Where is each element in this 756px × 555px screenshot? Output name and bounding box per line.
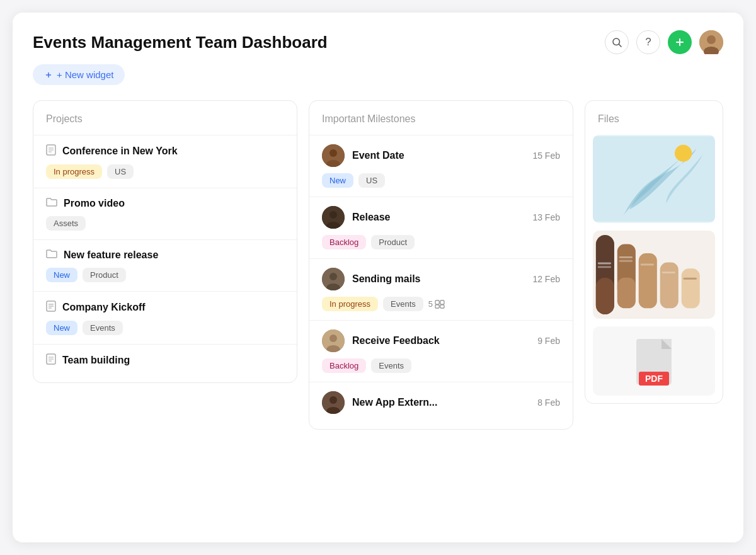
- avatar-image: [699, 30, 723, 54]
- svg-rect-48: [682, 268, 700, 308]
- file-image-1: [593, 135, 715, 223]
- svg-point-41: [675, 145, 692, 162]
- project-item[interactable]: Company Kickoff New Events: [33, 291, 297, 344]
- svg-line-1: [619, 44, 621, 47]
- svg-point-38: [329, 396, 337, 404]
- project-name: Promo video: [64, 198, 125, 209]
- svg-point-35: [329, 335, 337, 342]
- tag-events: Events: [371, 358, 411, 373]
- header: Events Management Team Dashboard ?: [33, 30, 723, 54]
- project-tags: In progress US: [46, 164, 284, 179]
- milestone-tags: Backlog Product: [322, 235, 560, 249]
- milestone-date: 13 Feb: [532, 212, 560, 222]
- project-item-header: Conference in New York: [46, 144, 284, 158]
- page-container: Events Management Team Dashboard ?: [13, 13, 743, 542]
- milestone-tags: Backlog Events: [322, 358, 560, 373]
- svg-point-22: [329, 149, 337, 157]
- user-avatar[interactable]: [699, 30, 723, 54]
- milestone-date: 9 Feb: [537, 336, 560, 346]
- files-panel-title: Files: [585, 113, 723, 135]
- project-item[interactable]: New feature release New Product: [33, 239, 297, 291]
- file-thumbnail-2[interactable]: [593, 231, 715, 319]
- svg-point-25: [329, 211, 337, 219]
- doc-icon: [46, 144, 56, 158]
- help-icon: ?: [645, 36, 651, 49]
- svg-point-0: [613, 38, 620, 45]
- milestone-item[interactable]: Sending mails 12 Feb In progress Events …: [309, 258, 573, 320]
- file-image-2: [593, 231, 715, 319]
- milestone-name: Receive Feedback: [352, 335, 537, 346]
- svg-rect-52: [619, 260, 633, 262]
- project-name: Company Kickoff: [62, 302, 146, 313]
- milestone-header: Release 13 Feb: [322, 206, 560, 229]
- folder-icon: [46, 197, 57, 210]
- tag-inprogress: In progress: [322, 297, 378, 311]
- tag-product: Product: [83, 268, 126, 282]
- plus-small-icon: [44, 71, 53, 79]
- milestone-item[interactable]: Receive Feedback 9 Feb Backlog Events: [309, 320, 573, 382]
- tag-events: Events: [83, 321, 123, 335]
- file-thumbnail-pdf[interactable]: PDF: [593, 326, 715, 396]
- svg-rect-43: [596, 278, 614, 314]
- milestone-item[interactable]: Release 13 Feb Backlog Product: [309, 197, 573, 258]
- milestone-header: New App Extern... 8 Feb: [322, 391, 560, 414]
- svg-rect-50: [598, 266, 611, 268]
- dashboard-grid: Projects Conference in New York: [33, 100, 723, 430]
- milestone-date: 15 Feb: [532, 151, 560, 161]
- tag-new: New: [46, 321, 77, 335]
- milestone-item[interactable]: Event Date 15 Feb New US: [309, 135, 573, 197]
- svg-rect-32: [435, 304, 439, 307]
- svg-rect-49: [598, 263, 611, 265]
- tag-new: New: [46, 268, 77, 282]
- tag-assets: Assets: [46, 216, 86, 231]
- milestone-name: Event Date: [352, 150, 532, 161]
- add-button[interactable]: [668, 30, 692, 54]
- project-item-header: Team building: [46, 353, 284, 367]
- milestone-name: New App Extern...: [352, 397, 537, 408]
- project-tags: New Events: [46, 321, 284, 335]
- milestones-panel-title: Important Milestones: [309, 113, 573, 135]
- milestone-date: 8 Feb: [537, 398, 560, 408]
- svg-rect-45: [617, 278, 636, 309]
- milestone-avatar: [322, 329, 345, 352]
- search-button[interactable]: [605, 30, 629, 54]
- project-name: New feature release: [64, 249, 158, 261]
- projects-panel-title: Projects: [33, 113, 297, 135]
- tag-backlog: Backlog: [322, 235, 366, 249]
- milestone-header: Receive Feedback 9 Feb: [322, 329, 560, 352]
- pdf-icon: PDF: [634, 336, 674, 386]
- project-item[interactable]: Conference in New York In progress US: [33, 135, 297, 188]
- milestone-avatar: [322, 144, 345, 167]
- project-item[interactable]: Team building: [33, 344, 297, 382]
- svg-rect-33: [440, 304, 444, 307]
- new-widget-label: + New widget: [57, 69, 113, 80]
- tag-us: US: [107, 164, 134, 179]
- milestone-avatar: [322, 206, 345, 229]
- milestone-avatar: [322, 391, 345, 414]
- svg-rect-31: [440, 300, 444, 304]
- plus-icon: [673, 36, 686, 49]
- svg-rect-30: [435, 300, 439, 304]
- page-title: Events Management Team Dashboard: [33, 33, 328, 52]
- milestone-name: Release: [352, 212, 532, 223]
- milestone-item[interactable]: New App Extern... 8 Feb: [309, 382, 573, 429]
- project-item[interactable]: Promo video Assets: [33, 188, 297, 239]
- milestone-date: 12 Feb: [532, 274, 560, 284]
- help-button[interactable]: ?: [636, 30, 660, 54]
- project-name: Conference in New York: [62, 146, 178, 157]
- subtask-count: 5: [428, 299, 445, 309]
- files-panel: Files: [585, 100, 723, 404]
- project-name: Team building: [62, 355, 130, 366]
- pdf-label: PDF: [639, 372, 669, 386]
- project-tags: New Product: [46, 268, 284, 282]
- tag-us: US: [358, 173, 385, 188]
- new-widget-button[interactable]: + New widget: [33, 64, 125, 85]
- svg-rect-47: [660, 263, 679, 309]
- svg-point-5: [707, 35, 716, 44]
- header-left: Events Management Team Dashboard: [33, 33, 328, 52]
- file-thumbnail-1[interactable]: [593, 135, 715, 223]
- tag-product: Product: [371, 235, 415, 249]
- project-item-header: Promo video: [46, 197, 284, 210]
- search-icon: [611, 37, 622, 48]
- milestone-header: Event Date 15 Feb: [322, 144, 560, 167]
